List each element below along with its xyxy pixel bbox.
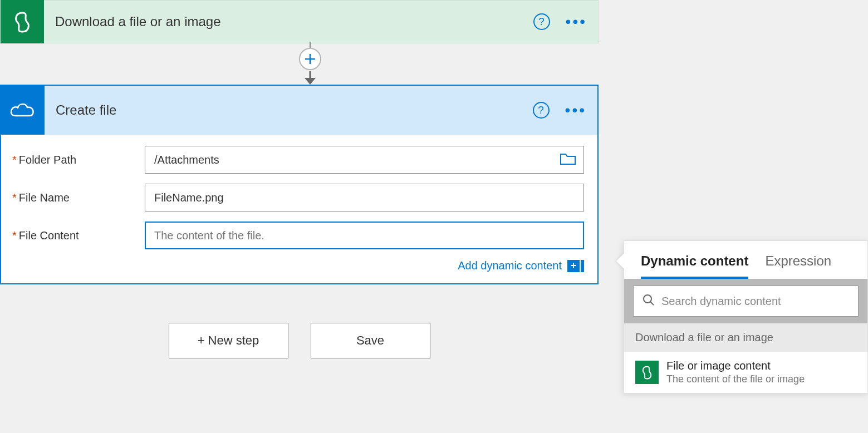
search-icon <box>643 294 655 308</box>
file-content-label: *File Content <box>12 229 145 242</box>
dataverse-icon <box>635 361 659 384</box>
action-card-download[interactable]: Download a file or an image ? ••• <box>0 0 599 43</box>
svg-point-4 <box>644 295 651 303</box>
panel-pointer <box>616 253 624 269</box>
item-desc: The content of the file or image <box>666 373 805 385</box>
file-name-label: *File Name <box>12 191 145 204</box>
search-input[interactable] <box>661 295 849 308</box>
dynamic-content-panel: Dynamic content Expression Download a fi… <box>624 240 868 393</box>
dataverse-icon <box>1 0 44 43</box>
card-title: Create file <box>56 102 533 118</box>
file-name-input[interactable] <box>145 184 584 211</box>
help-icon[interactable]: ? <box>533 102 550 119</box>
file-content-input[interactable] <box>145 222 584 249</box>
tab-expression[interactable]: Expression <box>765 253 831 279</box>
svg-marker-3 <box>305 78 316 85</box>
add-dynamic-content-link[interactable]: Add dynamic content <box>458 259 562 272</box>
connector <box>299 42 321 85</box>
add-step-button[interactable] <box>299 48 321 70</box>
card-header[interactable]: Create file ? ••• <box>1 86 597 135</box>
folder-path-input[interactable] <box>145 146 584 174</box>
folder-path-label: *Folder Path <box>12 154 145 166</box>
new-step-button[interactable]: + New step <box>169 323 288 358</box>
card-title: Download a file or an image <box>55 14 533 29</box>
save-button[interactable]: Save <box>311 323 430 358</box>
dynamic-content-item[interactable]: File or image content The content of the… <box>624 352 867 393</box>
add-dynamic-content-icon[interactable]: + <box>567 260 584 272</box>
item-title: File or image content <box>666 360 805 372</box>
help-icon[interactable]: ? <box>533 13 550 30</box>
tab-dynamic-content[interactable]: Dynamic content <box>641 253 748 279</box>
more-menu-icon[interactable]: ••• <box>565 102 586 118</box>
action-card-create-file: Create file ? ••• *Folder Path *File Nam… <box>0 85 599 284</box>
onedrive-icon <box>1 86 45 135</box>
arrow-down-icon <box>302 71 318 85</box>
svg-line-5 <box>650 302 654 305</box>
folder-picker-icon[interactable] <box>560 152 576 168</box>
dynamic-content-group: Download a file or an image <box>624 323 867 352</box>
more-menu-icon[interactable]: ••• <box>566 14 587 29</box>
